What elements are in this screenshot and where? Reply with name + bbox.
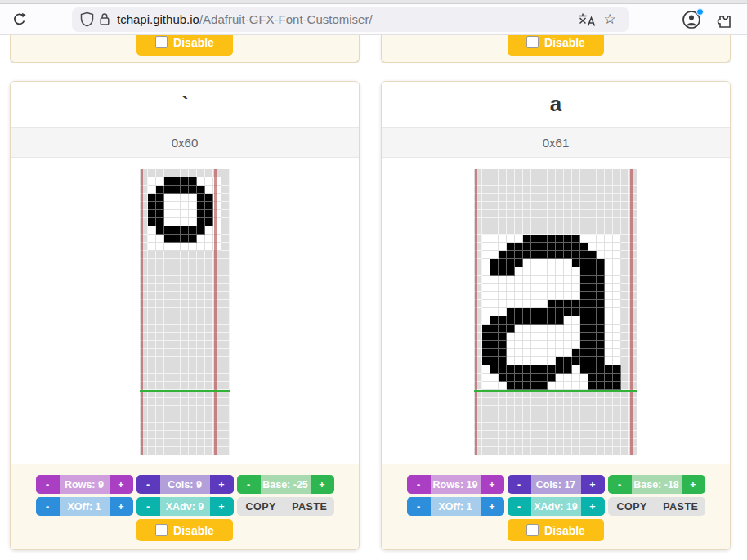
pixel-cell[interactable] [189, 374, 197, 382]
pixel-cell[interactable] [539, 186, 548, 194]
pixel-cell[interactable] [597, 414, 605, 423]
pixel-cell[interactable] [539, 333, 548, 341]
pixel-cell[interactable] [588, 169, 597, 177]
pixel-cell[interactable] [197, 333, 205, 341]
pixel-cell[interactable] [597, 186, 605, 194]
pixel-cell[interactable] [621, 169, 629, 177]
pixel-cell[interactable] [482, 374, 490, 382]
pixel-cell[interactable] [205, 357, 213, 365]
pixel-cell[interactable] [507, 235, 515, 243]
pixel-cell[interactable] [548, 284, 556, 292]
pixel-cell[interactable] [156, 202, 164, 210]
pixel-cell[interactable] [189, 292, 197, 300]
pixel-cell[interactable] [621, 382, 629, 390]
pixel-cell[interactable] [539, 316, 548, 325]
pixel-cell[interactable] [221, 357, 230, 365]
pixel-cell[interactable] [148, 300, 156, 308]
pixel-cell[interactable] [148, 210, 156, 218]
pixel-cell[interactable] [156, 267, 164, 276]
pixel-cell[interactable] [205, 374, 213, 382]
pixel-cell[interactable] [523, 235, 531, 243]
pixel-cell[interactable] [490, 308, 499, 316]
pixel-cell[interactable] [515, 333, 523, 341]
pixel-cell[interactable] [531, 316, 539, 325]
pixel-cell[interactable] [189, 398, 197, 406]
pixel-cell[interactable] [164, 333, 172, 341]
pixel-cell[interactable] [564, 349, 572, 357]
pixel-cell[interactable] [148, 333, 156, 341]
pixel-cell[interactable] [588, 349, 597, 357]
pixel-cell[interactable] [507, 284, 515, 292]
pixel-cell[interactable] [156, 423, 164, 431]
pixel-cell[interactable] [572, 406, 580, 414]
pixel-cell[interactable] [507, 365, 515, 374]
pixel-cell[interactable] [613, 169, 621, 177]
pixel-cell[interactable] [548, 447, 556, 455]
pixel-cell[interactable] [490, 202, 499, 210]
pixel-cell[interactable] [621, 365, 629, 374]
pixel-cell[interactable] [482, 235, 490, 243]
pixel-cell[interactable] [572, 439, 580, 447]
pixel-cell[interactable] [507, 300, 515, 308]
account-button[interactable] [682, 10, 701, 29]
pixel-cell[interactable] [605, 414, 613, 423]
pixel-cell[interactable] [205, 259, 213, 267]
pixel-cell[interactable] [482, 276, 490, 284]
pixel-cell[interactable] [564, 169, 572, 177]
pixel-cell[interactable] [164, 439, 172, 447]
pixel-cell[interactable] [548, 341, 556, 349]
pixel-cell[interactable] [531, 325, 539, 333]
pixel-cell[interactable] [588, 382, 597, 390]
pixel-cell[interactable] [539, 251, 548, 259]
pixel-cell[interactable] [531, 243, 539, 251]
pixel-cell[interactable] [181, 210, 189, 218]
pixel-cell[interactable] [221, 341, 230, 349]
pixel-cell[interactable] [564, 284, 572, 292]
pixel-cell[interactable] [621, 194, 629, 202]
rows-plus-button[interactable]: + [481, 475, 504, 494]
pixel-cell[interactable] [164, 316, 172, 325]
disable-checkbox[interactable] [526, 36, 539, 48]
pixel-cell[interactable] [597, 177, 605, 186]
url-text[interactable]: tchapi.github.io/Adafruit-GFX-Font-Custo… [117, 12, 575, 26]
pixel-cell[interactable] [164, 194, 172, 202]
pixel-cell[interactable] [221, 210, 230, 218]
pixel-cell[interactable] [499, 325, 507, 333]
pixel-cell[interactable] [539, 341, 548, 349]
pixel-cell[interactable] [556, 259, 564, 267]
pixel-cell[interactable] [197, 365, 205, 374]
pixel-cell[interactable] [613, 267, 621, 276]
pixel-cell[interactable] [490, 210, 499, 218]
pixel-cell[interactable] [556, 382, 564, 390]
pixel-cell[interactable] [189, 259, 197, 267]
copy-button[interactable]: COPY [608, 497, 657, 516]
pixel-cell[interactable] [539, 218, 548, 226]
pixel-cell[interactable] [156, 194, 164, 202]
pixel-cell[interactable] [580, 398, 588, 406]
pixel-cell[interactable] [580, 259, 588, 267]
pixel-cell[interactable] [189, 235, 197, 243]
pixel-cell[interactable] [507, 210, 515, 218]
pixel-cell[interactable] [197, 186, 205, 194]
pixel-cell[interactable] [499, 431, 507, 439]
cols-plus-button[interactable]: + [581, 475, 605, 494]
pixel-cell[interactable] [548, 251, 556, 259]
pixel-cell[interactable] [580, 194, 588, 202]
pixel-cell[interactable] [515, 169, 523, 177]
pixel-cell[interactable] [181, 251, 189, 259]
pixel-cell[interactable] [539, 414, 548, 423]
pixel-cell[interactable] [580, 300, 588, 308]
pixel-cell[interactable] [539, 325, 548, 333]
pixel-cell[interactable] [605, 398, 613, 406]
pixel-cell[interactable] [523, 177, 531, 186]
pixel-cell[interactable] [490, 243, 499, 251]
pixel-cell[interactable] [156, 169, 164, 177]
pixel-cell[interactable] [605, 226, 613, 235]
pixel-cell[interactable] [572, 186, 580, 194]
pixel-cell[interactable] [164, 414, 172, 423]
pixel-cell[interactable] [564, 177, 572, 186]
xadv-plus-button[interactable]: + [210, 497, 234, 516]
pixel-cell[interactable] [572, 414, 580, 423]
pixel-cell[interactable] [189, 169, 197, 177]
pixel-cell[interactable] [507, 374, 515, 382]
